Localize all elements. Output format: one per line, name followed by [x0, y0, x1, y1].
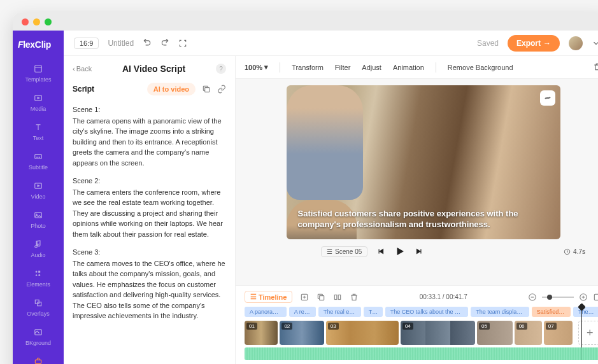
toolbar-adjust[interactable]: Adjust [362, 64, 381, 71]
toolbar-filter[interactable]: Filter [335, 64, 350, 71]
photo-icon [33, 210, 43, 220]
chip-active[interactable]: Satisfied custom... [532, 307, 571, 317]
sidebar-item-video[interactable]: Video [13, 176, 64, 205]
add-button[interactable] [300, 293, 309, 302]
scene-text: The camera opens with a panoramic view o… [73, 116, 226, 169]
scene-title: Scene 1: [73, 104, 226, 115]
link-button[interactable] [217, 85, 226, 94]
scene-text: The camera moves to the CEO's office, wh… [73, 258, 226, 321]
video-icon [33, 181, 43, 191]
toolbar-remove-bg[interactable]: Remove Background [448, 64, 513, 71]
sidebar-item-tools[interactable]: Tools [13, 351, 64, 364]
script-panel: ‹Back AI Video Script ? Script AI to vid… [64, 56, 236, 364]
maximize-window-icon[interactable] [45, 18, 52, 25]
chevron-down-icon: ▾ [264, 63, 268, 71]
user-menu-chevron[interactable] [592, 39, 598, 48]
chip[interactable]: A recepti... [289, 307, 316, 317]
zoom-out-button[interactable] [528, 293, 537, 302]
save-status: Saved [477, 39, 499, 48]
timeline-mode-button[interactable]: ☰Timeline [245, 291, 292, 303]
sidebar-label: Photo [31, 223, 46, 229]
preview-area: Satisfied customers share positive exper… [236, 79, 598, 285]
svg-rect-25 [594, 294, 598, 300]
elements-icon [33, 269, 43, 279]
export-button[interactable]: Export→ [508, 35, 560, 52]
chip[interactable]: The team displays their expe... [471, 307, 529, 317]
toolbar-animation[interactable]: Animation [393, 64, 424, 71]
svg-rect-9 [39, 271, 40, 272]
prev-button[interactable] [376, 247, 385, 256]
chip[interactable]: The CEO talks about the mission, goals, … [385, 307, 468, 317]
redo-button[interactable] [160, 39, 169, 48]
chip[interactable]: The... [364, 307, 383, 317]
overlays-icon [33, 298, 43, 308]
clip[interactable]: 05 [477, 321, 513, 345]
undo-button[interactable] [143, 39, 152, 48]
sidebar-item-elements[interactable]: Elements [13, 263, 64, 293]
clip[interactable]: 06 [515, 321, 542, 345]
clip-number: 07 [546, 323, 557, 330]
sidebar-item-background[interactable]: BKground [13, 322, 64, 351]
aspect-ratio-selector[interactable]: 16:9 [74, 38, 99, 49]
clip[interactable]: 07 [544, 321, 573, 345]
svg-rect-3 [35, 155, 42, 159]
back-button[interactable]: ‹Back [73, 65, 92, 73]
sidebar-item-templates[interactable]: Templates [13, 59, 64, 88]
chip[interactable]: A panoramic view ... [245, 307, 287, 317]
clip[interactable]: 03 [326, 321, 399, 345]
svg-marker-17 [397, 248, 404, 255]
templates-icon [33, 64, 43, 74]
sidebar-item-photo[interactable]: Photo [13, 205, 64, 234]
media-icon [33, 93, 43, 103]
delete-clip-button[interactable] [350, 293, 359, 302]
clip[interactable]: 04 [401, 321, 475, 345]
copy-clip-button[interactable] [317, 293, 325, 302]
sidebar-item-media[interactable]: Media [13, 88, 64, 117]
project-title[interactable]: Untitled [108, 39, 134, 48]
play-button[interactable] [394, 246, 406, 257]
zoom-fit-button[interactable] [593, 293, 598, 302]
zoom-slider[interactable] [542, 297, 574, 298]
toolbar-transform[interactable]: Transform [292, 64, 324, 71]
delete-button[interactable] [593, 62, 598, 73]
clip-number: 02 [281, 323, 292, 330]
scene-indicator[interactable]: ☰Scene 05 [321, 246, 367, 257]
sidebar-item-audio[interactable]: Audio [13, 234, 64, 263]
chip[interactable]: The real estate tea... [318, 307, 361, 317]
zoom-selector[interactable]: 100%▾ [245, 63, 268, 71]
audio-track[interactable] [245, 347, 598, 360]
svg-marker-10 [36, 274, 37, 276]
sidebar: FlexClip Templates Media Text Subtitle V… [13, 31, 64, 364]
help-icon[interactable]: ? [216, 64, 226, 74]
scene-icon: ☰ [327, 248, 332, 255]
svg-point-11 [39, 274, 40, 276]
arrow-right-icon: → [543, 39, 551, 48]
chip[interactable]: They expr... [573, 307, 598, 317]
video-track: 01 02 03 04 05 06 07 + [245, 321, 598, 345]
video-caption[interactable]: Satisfied customers share positive exper… [298, 208, 549, 230]
copy-button[interactable] [202, 85, 211, 94]
split-button[interactable] [333, 293, 342, 302]
sidebar-item-text[interactable]: Text [13, 117, 64, 146]
sidebar-item-subtitle[interactable]: Subtitle [13, 146, 64, 176]
svg-rect-16 [205, 88, 210, 92]
video-canvas[interactable]: Satisfied customers share positive exper… [287, 85, 560, 239]
timeline-time: 00:33.1 / 00:41.7 [366, 293, 520, 300]
subtitle-chips: A panoramic view ... A recepti... The re… [245, 307, 598, 317]
user-avatar[interactable] [569, 36, 583, 50]
clip[interactable]: 02 [280, 321, 324, 345]
svg-rect-22 [339, 295, 341, 299]
script-content[interactable]: Scene 1:The camera opens with a panorami… [73, 104, 226, 329]
ai-to-video-button[interactable]: AI to video [147, 83, 196, 95]
zoom-in-button[interactable] [579, 293, 588, 302]
sidebar-label: BKground [25, 340, 51, 346]
app-window: FlexClip Templates Media Text Subtitle V… [13, 13, 598, 364]
fullscreen-button[interactable] [178, 39, 187, 48]
close-window-icon[interactable] [22, 18, 29, 25]
swap-button[interactable] [540, 90, 555, 106]
sidebar-item-overlays[interactable]: Overlays [13, 293, 64, 322]
next-button[interactable] [415, 247, 424, 256]
clip[interactable]: 01 [245, 321, 278, 345]
panel-title: AI Video Script [97, 64, 211, 74]
minimize-window-icon[interactable] [33, 18, 40, 25]
